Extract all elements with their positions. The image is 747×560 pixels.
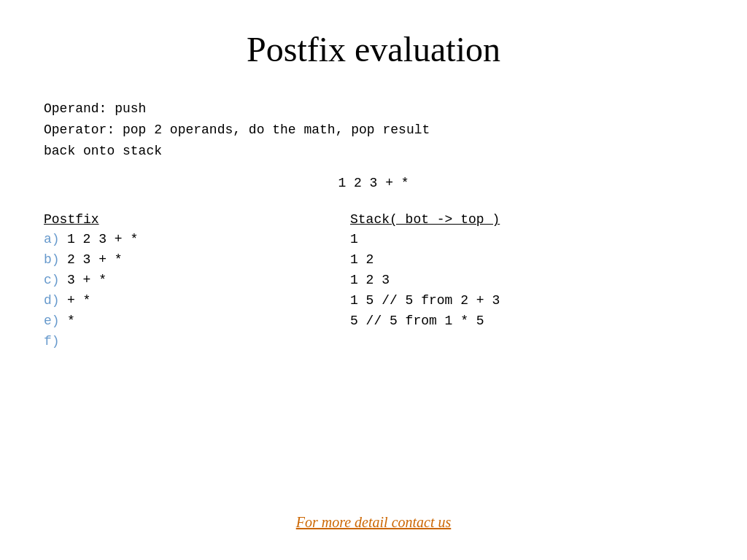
row-stack-content: 1 2 3 <box>350 271 390 291</box>
table-row: c) 3 + * <box>44 271 350 291</box>
row-stack-content: 1 <box>350 230 358 250</box>
row-stack-content: 1 2 <box>350 250 374 271</box>
footer-link[interactable]: For more detail contact us <box>0 514 747 531</box>
row-label: f) <box>44 332 67 352</box>
table-row: 5 // 5 from 1 * 5 <box>350 311 703 332</box>
row-postfix-content: 1 2 3 + * <box>67 230 138 250</box>
description-block: Operand: push Operator: pop 2 operands, … <box>44 98 703 161</box>
desc-line1: Operand: push <box>44 98 703 120</box>
desc-line2: Operator: pop 2 operands, do the math, p… <box>44 120 703 141</box>
postfix-rows: a) 1 2 3 + *b) 2 3 + *c) 3 + *d) + *e) *… <box>44 230 350 351</box>
row-postfix-content: 2 3 + * <box>67 250 123 271</box>
table-row: 1 2 3 <box>350 271 703 291</box>
row-stack-content: 1 5 // 5 from 2 + 3 <box>350 291 500 311</box>
row-label: b) <box>44 250 67 271</box>
postfix-column: Postfix a) 1 2 3 + *b) 2 3 + *c) 3 + *d)… <box>44 212 350 351</box>
table-row: a) 1 2 3 + * <box>44 230 350 250</box>
postfix-header: Postfix <box>44 212 350 227</box>
stack-rows: 11 21 2 31 5 // 5 from 2 + 35 // 5 from … <box>350 230 703 331</box>
row-label: a) <box>44 230 67 250</box>
row-stack-content: 5 // 5 from 1 * 5 <box>350 311 484 332</box>
table-row: b) 2 3 + * <box>44 250 350 271</box>
stack-header: Stack( bot -> top ) <box>350 212 703 227</box>
table-row: 1 5 // 5 from 2 + 3 <box>350 291 703 311</box>
table-row: 1 <box>350 230 703 250</box>
row-postfix-content: * <box>67 311 75 332</box>
table-row: d) + * <box>44 291 350 311</box>
expression: 1 2 3 + * <box>44 176 703 190</box>
row-postfix-content: 3 + * <box>67 271 107 291</box>
row-label: d) <box>44 291 67 311</box>
content-area: Postfix a) 1 2 3 + *b) 2 3 + *c) 3 + *d)… <box>44 212 703 351</box>
row-postfix-content: + * <box>67 291 90 311</box>
row-label: e) <box>44 311 67 332</box>
page-container: Postfix evaluation Operand: push Operato… <box>0 0 747 560</box>
page-title: Postfix evaluation <box>44 29 703 69</box>
stack-column: Stack( bot -> top ) 11 21 2 31 5 // 5 fr… <box>350 212 703 351</box>
table-row: 1 2 <box>350 250 703 271</box>
desc-line3: back onto stack <box>44 141 703 162</box>
table-row: f) <box>44 332 350 352</box>
row-label: c) <box>44 271 67 291</box>
table-row: e) * <box>44 311 350 332</box>
